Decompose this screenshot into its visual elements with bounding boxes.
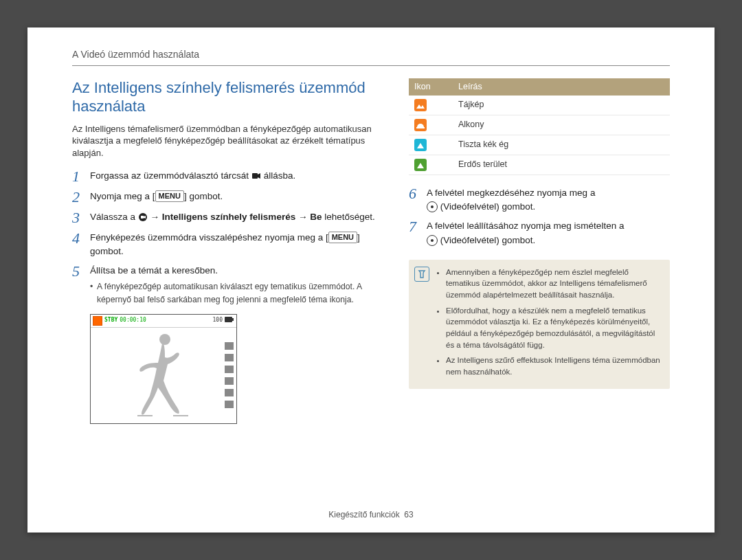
landscape-icon: [414, 99, 427, 111]
svg-rect-7: [173, 415, 188, 416]
step-2: 2 Nyomja meg a [MENU] gombot.: [72, 190, 383, 205]
step-body: A felvétel megkezdéséhez nyomja meg a (V…: [427, 186, 670, 214]
svg-rect-2: [141, 216, 144, 219]
svg-rect-6: [137, 415, 153, 416]
lcd-side-icons: [225, 342, 234, 408]
step-body: Állítsa be a témát a keresőben. •A fényk…: [90, 264, 383, 307]
step-text: A felvétel megkezdéséhez nyomja meg a: [427, 188, 595, 198]
step-text: Állítsa be a témát a keresőben.: [90, 265, 218, 276]
step-text: A felvétel leállításához nyomja meg ismé…: [427, 221, 624, 231]
table-row: Tiszta kék ég: [409, 135, 670, 155]
icon-table: Ikon Leírás Tájkép Alkony Tiszta kék ég: [409, 78, 670, 175]
page-header: A Videó üzemmód használata: [72, 48, 670, 66]
step-5: 5 Állítsa be a témát a keresőben. •A fén…: [72, 264, 383, 307]
cell-label: Erdős terület: [453, 155, 670, 175]
step-7: 7 A felvétel leállításához nyomja meg is…: [409, 219, 670, 247]
step-body: Forgassa az üzemmódválasztó tárcsát állá…: [90, 169, 383, 183]
table-row: Tájkép: [409, 96, 670, 115]
note-box: Amennyiben a fényképezőgép nem észlel me…: [409, 260, 670, 389]
note-item: Előfordulhat, hogy a készülék nem a megf…: [446, 305, 662, 351]
skater-figure-icon: [122, 327, 198, 422]
page-footer: Kiegészítő funkciók 63: [27, 509, 715, 520]
step-bold: Intelligens színhely felismerés: [162, 212, 295, 222]
footer-section: Kiegészítő funkciók: [328, 510, 399, 519]
step-body: A felvétel leállításához nyomja meg ismé…: [427, 219, 670, 247]
menu-button-icon: MENU: [155, 190, 184, 202]
note-list: Amennyiben a fényképezőgép nem észlel me…: [436, 267, 662, 378]
table-row: Alkony: [409, 115, 670, 135]
res-icon: [225, 342, 234, 350]
step-body: Fényképezés üzemmódra visszalépéshez nyo…: [90, 231, 383, 259]
cell-label: Tájkép: [453, 96, 670, 115]
menu-button-icon: MENU: [328, 232, 357, 243]
lcd-preview: STBY 00:00:10 100: [90, 314, 237, 424]
svg-rect-0: [252, 173, 258, 179]
step-text: (Videófelvétel) gombot.: [440, 201, 536, 212]
step-text: ] gombot.: [184, 191, 223, 201]
step-text: →: [150, 212, 162, 222]
battery-icon: [225, 317, 234, 325]
cell-label: Tiszta kék ég: [453, 135, 670, 155]
manual-page: A Videó üzemmód használata Az Intelligen…: [27, 27, 715, 533]
step-body: Nyomja meg a [MENU] gombot.: [90, 190, 383, 203]
blue-sky-icon: [414, 139, 427, 151]
th-icon: Ikon: [409, 78, 453, 96]
movie-mode-icon: [251, 171, 261, 181]
step-text: (Videófelvétel) gombot.: [440, 235, 536, 245]
section-intro: Az Intelligens témafelismerő üzemmódban …: [72, 123, 383, 159]
fps-icon: [225, 354, 234, 361]
section-title: Az Intelligens színhely felismerés üzemm…: [72, 78, 383, 116]
record-button-icon: [427, 235, 438, 246]
content-columns: Az Intelligens színhely felismerés üzemm…: [72, 78, 670, 424]
battery-value: 100: [213, 317, 223, 324]
step5-bullet-list: •A fényképezőgép automatikusan kiválaszt…: [90, 280, 383, 306]
step-number: 6: [409, 186, 427, 201]
macro-icon: [225, 401, 234, 408]
step-number: 7: [409, 219, 427, 234]
lcd-status-bar: STBY 00:00:10 100: [91, 315, 236, 328]
step-number: 3: [72, 210, 90, 225]
step-text: állásba.: [264, 170, 296, 181]
svg-rect-3: [225, 317, 232, 322]
bullet-text: A fényképezőgép automatikusan kiválaszt …: [97, 282, 361, 304]
movie-settings-icon: [138, 212, 148, 222]
record-button-icon: [427, 201, 438, 212]
rec-time: 00:00:10: [120, 317, 146, 324]
note-icon: [414, 267, 429, 282]
scene-indicator-icon: [93, 316, 102, 326]
sunset-icon: [414, 119, 427, 131]
step-number: 5: [72, 264, 90, 279]
svg-point-5: [159, 334, 170, 345]
cell-label: Alkony: [453, 115, 670, 135]
step-text: →: [295, 212, 310, 222]
step-bold: Be: [310, 212, 322, 222]
greenery-icon: [414, 159, 427, 171]
stby-label: STBY: [104, 317, 117, 324]
step-4: 4 Fényképezés üzemmódra visszalépéshez n…: [72, 231, 383, 259]
svg-rect-4: [232, 318, 234, 321]
footer-page: 63: [404, 510, 413, 519]
lcd-body: [91, 327, 236, 423]
step-1: 1 Forgassa az üzemmódválasztó tárcsát ál…: [72, 169, 383, 184]
note-item: Amennyiben a fényképezőgép nem észlel me…: [446, 267, 662, 301]
th-desc: Leírás: [453, 78, 670, 96]
quality-icon: [225, 366, 234, 373]
svg-rect-8: [416, 127, 425, 128]
timer-icon: [225, 389, 234, 396]
table-header-row: Ikon Leírás: [409, 78, 670, 96]
step-number: 1: [72, 169, 90, 184]
step-number: 4: [72, 231, 90, 246]
step-body: Válassza a → Intelligens színhely felism…: [90, 210, 383, 224]
step-number: 2: [72, 190, 90, 205]
step-text: Fényképezés üzemmódra visszalépéshez nyo…: [90, 232, 328, 243]
step-6: 6 A felvétel megkezdéséhez nyomja meg a …: [409, 186, 670, 214]
table-row: Erdős terület: [409, 155, 670, 175]
step-text: lehetőséget.: [322, 212, 374, 222]
left-column: Az Intelligens színhely felismerés üzemm…: [72, 78, 383, 424]
step-text: Nyomja meg a [: [90, 191, 155, 201]
right-column: Ikon Leírás Tájkép Alkony Tiszta kék ég: [409, 78, 670, 424]
step-3: 3 Válassza a → Intelligens színhely feli…: [72, 210, 383, 225]
note-item: Az Intelligens szűrő effektusok Intellig…: [446, 355, 662, 377]
step-text: Forgassa az üzemmódválasztó tárcsát: [90, 170, 251, 181]
flash-icon: [225, 377, 234, 385]
